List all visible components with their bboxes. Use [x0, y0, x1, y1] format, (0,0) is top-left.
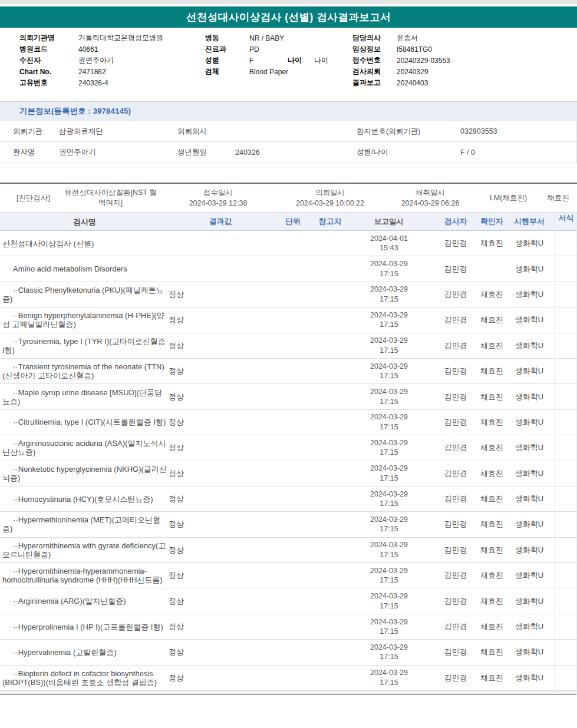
column-header-department: 시행부서	[504, 216, 555, 227]
header-field-row: 담당의사 윤종서	[352, 32, 450, 44]
field-label: 수진자	[19, 55, 78, 65]
cell-verifier: 채효진	[480, 570, 504, 581]
field-label: 담당의사	[352, 33, 397, 43]
cell-result-value: 정상	[167, 570, 272, 581]
result-row: ··Hypermethioninemia (MET)(고메티오닌혈증) 정상 2…	[0, 512, 576, 537]
result-row: ··Transient tyrosinemia of the neonate (…	[0, 359, 576, 384]
cell-reported-datetime: 2024-03-29 17:15	[347, 259, 431, 279]
cell-tester: 김민경	[431, 442, 480, 453]
field-value: 삼광의료재단	[59, 127, 177, 137]
header-field-row: 진료과 PD	[205, 44, 352, 55]
field-label: 의뢰의사	[177, 127, 235, 137]
column-header-reported: 보고일시	[347, 217, 431, 227]
cell-performing-department: 생화학U	[504, 340, 555, 351]
cell-test-name: ··Maple syrup urine disease [MSUD](단풍당뇨증…	[0, 385, 167, 409]
cell-form	[555, 640, 577, 664]
cell-performing-department: 생화학U	[504, 468, 555, 479]
cell-result-value: 정상	[167, 442, 272, 453]
spacer	[0, 163, 577, 183]
result-row: ··Tyrosinemia, type I (TYR I)(고타이로신혈증 I형…	[0, 333, 576, 359]
report-title-bar: 선천성대사이상검사 (선별) 검사결과보고서	[0, 6, 577, 28]
field-label: 접수번호	[352, 55, 397, 65]
request-value: 2024-03-29 10:00:22	[277, 198, 383, 209]
cell-test-name: 선천성대사이상검사 (선별)	[0, 236, 167, 251]
cell-form	[555, 538, 577, 562]
collector-secondary: 채효진	[539, 193, 577, 203]
cell-tester: 김민경	[431, 621, 480, 632]
header-field-row: 결과보고 20240403	[352, 77, 450, 88]
cell-tester: 김민경	[431, 570, 480, 581]
report-title: 선천성대사이상검사 (선별) 검사결과보고서	[186, 10, 391, 24]
cell-reported-datetime: 2024-03-29 17:15	[347, 668, 431, 687]
cell-verifier: 채효진	[480, 442, 504, 453]
result-row: ··Hyperornithinemia with gyrate deficien…	[0, 538, 576, 563]
column-header-reference: 참고치	[314, 216, 347, 227]
cell-form	[555, 410, 577, 435]
cell-performing-department: 생화학U	[504, 392, 555, 402]
top-gray-bar	[0, 0, 577, 5]
receipt-value: 2024-03-29 12:38	[159, 198, 277, 209]
field-label: 환자명	[0, 147, 59, 157]
cell-tester: 김민경	[431, 417, 480, 428]
field-label-secondary: 나이	[288, 55, 302, 65]
cell-result-value: 정상	[167, 673, 272, 683]
column-header-unit: 단위	[272, 216, 314, 227]
cell-performing-department: 생화학U	[504, 596, 555, 607]
header-field-row: 성별 F 나이 나이	[205, 55, 352, 66]
result-row: ··Citrullinemia, type I (CIT)(시트룰린혈증 I형)…	[0, 410, 576, 435]
table-bottom-border	[0, 691, 576, 695]
result-row: ··Hypervalinemia (고발린혈증) 정상 2024-03-29 1…	[0, 640, 576, 665]
cell-tester: 김민경	[431, 238, 480, 249]
basic-info-row: 환자명 권연주아기 생년월일 240326 성별/나이 F / 0	[0, 142, 577, 163]
field-label: 병동	[205, 33, 249, 43]
cell-test-name: ··Transient tyrosinemia of the neonate (…	[0, 359, 167, 383]
field-label: 고유번호	[19, 78, 78, 88]
cell-test-name: ··Biopterin defect in cofactor biosynthe…	[0, 666, 167, 690]
result-row: ··Biopterin defect in cofactor biosynthe…	[0, 666, 576, 691]
section-title-text: 기본정보(등록번호 : 39784145)	[19, 106, 131, 117]
field-value: 2471862	[78, 68, 106, 76]
cell-form	[555, 282, 577, 307]
cell-verifier: 채효진	[480, 596, 504, 607]
cell-reported-datetime: 2024-03-29 17:15	[347, 438, 431, 458]
field-value: 윤종서	[397, 33, 418, 43]
field-label: 임상정보	[352, 44, 397, 54]
column-header-verifier: 확인자	[480, 216, 504, 227]
cell-reported-datetime: 2024-03-29 17:15	[347, 643, 431, 662]
cell-performing-department: 생화학U	[504, 315, 555, 325]
field-label: 결과보고	[352, 78, 397, 88]
cell-performing-department: 생화학U	[504, 417, 555, 428]
field-value: PD	[249, 45, 259, 54]
cell-performing-department: 생화학U	[504, 519, 555, 530]
field-value: 40661	[78, 45, 98, 54]
result-row: ··Benign hyperphenylalaninemia (H-PHE)(양…	[0, 307, 576, 333]
cell-test-name: ··Hyperornithinemia with gyrate deficien…	[0, 538, 167, 562]
header-field-row: 의뢰기관명 가톨릭대학교은평성모병원	[19, 32, 163, 44]
cell-result-value: 정상	[167, 494, 272, 504]
cell-reported-datetime: 2024-03-29 17:15	[347, 489, 431, 509]
cell-test-name: ··Hypervalinemia (고발린혈증)	[0, 645, 167, 660]
cell-performing-department: 생화학U	[504, 289, 555, 300]
cell-reported-datetime: 2024-03-29 17:15	[347, 387, 431, 406]
cell-performing-department: 생화학U	[504, 545, 555, 555]
collect-value: 2024-03-29 06:26	[383, 198, 477, 209]
cell-performing-department: 생화학U	[504, 621, 555, 632]
header-field-row: 검체 Blood Paper	[205, 66, 352, 77]
results-table: 검사명 결과값 단위 참고치 보고일시 검사자 확인자 시행부서 서식 선천성대…	[0, 213, 577, 695]
patient-header-col1: 의뢰기관명 가톨릭대학교은평성모병원 병원코드 40661 수진자 권연주아기 …	[19, 32, 163, 88]
cell-tester: 김민경	[431, 596, 480, 607]
cell-verifier: 채효진	[480, 340, 504, 351]
header-field-row: 병원코드 40661	[19, 44, 163, 55]
cell-tester: 김민경	[431, 468, 480, 479]
field-value: 20240403	[397, 79, 428, 87]
cell-result-value: 정상	[167, 621, 272, 632]
cell-test-name: ··Hyperprolinemia I (HP I)(고프롤린혈증 I형)	[0, 620, 167, 634]
field-value: I58461TG0	[397, 45, 432, 54]
cell-tester: 김민경	[431, 264, 480, 274]
cell-reported-datetime: 2024-03-29 17:15	[347, 310, 431, 330]
cell-result-value: 정상	[167, 340, 272, 351]
patient-header-col3: 담당의사 윤종서 임상정보 I58461TG0 접수번호 20240329-03…	[352, 32, 450, 88]
cell-reported-datetime: 2024-03-29 17:15	[347, 464, 431, 483]
collect-label: 채취일시	[383, 187, 477, 198]
result-row: ··Homocystinuria (HCY)(호모시스틴뇨증) 정상 2024-…	[0, 487, 576, 512]
